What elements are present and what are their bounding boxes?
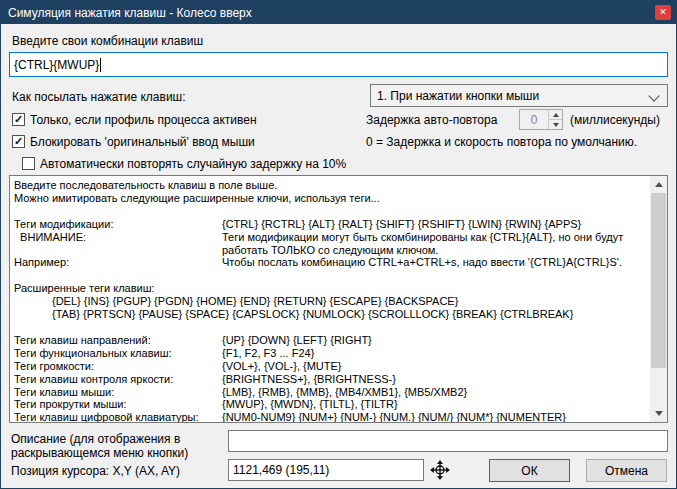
block-input-checkbox[interactable]: ✓ xyxy=(12,135,25,148)
help-line xyxy=(14,321,646,334)
help-line: Например:Чтобы послать комбинацию CTRL+a… xyxy=(14,256,646,269)
help-line: Введите последовательность клавиш в поле… xyxy=(14,179,646,192)
cancel-button[interactable]: Отмена xyxy=(586,459,667,482)
dialog-window: Симуляция нажатия клавиш - Колесо вверх … xyxy=(0,0,677,489)
help-line: Теги клавиш направлений:{UP} {DOWN} {LEF… xyxy=(14,334,646,347)
help-line: Теги клавиш контроля яркости:{BRIGHTNESS… xyxy=(14,373,646,386)
send-mode-select[interactable]: 1. При нажатии кнопки мыши xyxy=(370,84,668,107)
help-line: работать ТОЛЬКО со следующим ключом. xyxy=(14,244,646,257)
cursor-position-input[interactable]: 1121,469 (195,11) xyxy=(228,459,424,481)
random-delay-checkbox[interactable] xyxy=(22,157,35,170)
send-mode-label: Как посылать нажатие клавиш: xyxy=(12,90,186,104)
help-line: Теги клавиш цифровой клавиатуры:{NUM0-NU… xyxy=(14,411,646,423)
delay-hint-label: 0 = Задержка и скорость повтора по умолч… xyxy=(366,135,637,149)
spin-buttons xyxy=(548,110,562,129)
help-line: Теги модификации:{CTRL} {RCTRL} {ALT} {R… xyxy=(14,218,646,231)
keys-input-value: {CTRL}{MWUP} xyxy=(14,58,99,72)
spin-down-icon xyxy=(553,123,559,127)
description-label-line1: Описание (для отображения в xyxy=(11,432,180,446)
help-line: {TAB} {PRTSCN} {PAUSE} {SPACE} {CAPSLOCK… xyxy=(14,308,646,321)
close-icon: ✕ xyxy=(659,8,667,17)
profile-active-label[interactable]: Только, если профиль процесса активен xyxy=(30,113,257,127)
delay-units-label: (миллисекунды) xyxy=(570,113,660,127)
delay-value: 0 xyxy=(520,110,548,129)
close-button[interactable]: ✕ xyxy=(655,5,671,20)
cursor-position-value: 1121,469 (195,11) xyxy=(233,463,329,477)
crosshair-icon[interactable] xyxy=(430,460,450,480)
random-delay-label[interactable]: Автоматически повторять случайную задерж… xyxy=(40,157,346,171)
help-line: Теги клавиш мыши:{LMB}, {RMB}, {MMB}, {M… xyxy=(14,386,646,399)
chevron-down-icon xyxy=(648,90,659,101)
help-line: {DEL} {INS} {PGUP} {PGDN} {HOME} {END} {… xyxy=(14,295,646,308)
block-input-label[interactable]: Блокировать 'оригинальный' ввод мыши xyxy=(30,135,255,149)
help-line: Теги прокрутки мыши:{MWUP}, {MWDN}, {TIL… xyxy=(14,398,646,411)
help-text-area: Введите последовательность клавиш в поле… xyxy=(9,175,668,423)
scroll-up-icon xyxy=(655,182,663,187)
scroll-up-button[interactable] xyxy=(650,176,667,193)
help-line: Теги функциональных клавиш:{F1, F2, F3 .… xyxy=(14,347,646,360)
spin-up-icon xyxy=(553,113,559,117)
help-line xyxy=(14,269,646,282)
scroll-down-button[interactable] xyxy=(650,405,667,422)
description-input[interactable] xyxy=(228,430,668,452)
keys-input-label: Введите свои комбинации клавиш xyxy=(12,34,203,48)
description-label-line2: раскрывающемся меню кнопки) xyxy=(11,446,188,460)
help-line: Можно имитировать следующие расширенные … xyxy=(14,192,646,205)
delay-spinner: 0 xyxy=(519,109,563,130)
help-line: Теги громкости:{VOL+}, {VOL-}, {MUTE} xyxy=(14,360,646,373)
vertical-scrollbar[interactable] xyxy=(650,176,667,422)
ok-button[interactable]: ОК xyxy=(489,459,570,482)
spin-down-button[interactable] xyxy=(549,119,562,129)
text-caret xyxy=(100,58,101,72)
send-mode-value: 1. При нажатии кнопки мыши xyxy=(377,89,539,103)
cursor-position-label: Позиция курсора: X,Y (AX, AY) xyxy=(11,464,180,478)
keys-input[interactable]: {CTRL}{MWUP} xyxy=(9,52,668,77)
help-content: Введите последовательность клавиш в поле… xyxy=(14,179,646,423)
spin-up-button[interactable] xyxy=(549,110,562,119)
help-line: ВНИМАНИЕ:Теги модификации могут быть ско… xyxy=(14,231,646,244)
help-line xyxy=(14,205,646,218)
scrollbar-thumb[interactable] xyxy=(651,193,666,368)
scroll-down-icon xyxy=(655,411,663,416)
window-title: Симуляция нажатия клавиш - Колесо вверх xyxy=(8,6,252,20)
checkmark-icon: ✓ xyxy=(14,136,23,147)
profile-active-checkbox[interactable]: ✓ xyxy=(12,113,25,126)
checkmark-icon: ✓ xyxy=(14,114,23,125)
titlebar[interactable]: Симуляция нажатия клавиш - Колесо вверх … xyxy=(1,1,676,24)
help-line: Расширенные теги клавиш: xyxy=(14,282,646,295)
delay-label: Задержка авто-повтора xyxy=(366,113,497,127)
